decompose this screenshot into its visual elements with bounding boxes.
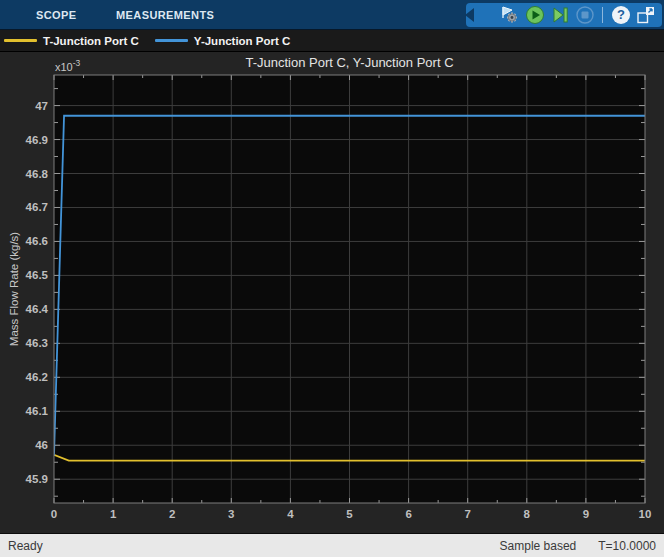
- undock-icon: [636, 5, 656, 25]
- svg-text:46.7: 46.7: [26, 201, 48, 213]
- svg-text:45.9: 45.9: [26, 473, 48, 485]
- svg-text:2: 2: [169, 508, 175, 520]
- svg-text:4: 4: [287, 508, 294, 520]
- quick-access-toolbar: ?: [466, 3, 662, 27]
- svg-text:1: 1: [110, 508, 117, 520]
- status-sample-mode: Sample based: [500, 539, 577, 553]
- toolstrip: SCOPE MEASUREMENTS: [0, 0, 664, 30]
- svg-text:46.5: 46.5: [26, 269, 49, 281]
- dock-button[interactable]: [634, 4, 658, 26]
- scope-window: SCOPE MEASUREMENTS: [0, 0, 664, 557]
- axes-canvas[interactable]: 01234567891045.94646.146.246.346.446.546…: [0, 52, 664, 533]
- svg-text:46: 46: [35, 439, 48, 451]
- y-axis-label: Mass Flow Rate (kg/s): [8, 232, 20, 346]
- legend-item-t-junction[interactable]: T-Junction Port C: [4, 35, 139, 47]
- svg-text:0: 0: [51, 508, 57, 520]
- svg-text:8: 8: [524, 508, 531, 520]
- step-forward-button[interactable]: [548, 4, 572, 26]
- play-circle-icon: [525, 5, 545, 25]
- svg-text:46.2: 46.2: [26, 371, 48, 383]
- plot-title: T-Junction Port C, Y-Junction Port C: [54, 55, 645, 70]
- svg-text:46.8: 46.8: [26, 168, 49, 180]
- tab-scope[interactable]: SCOPE: [36, 0, 77, 30]
- svg-text:9: 9: [583, 508, 589, 520]
- status-bar: Ready Sample based T=10.0000: [0, 533, 664, 557]
- legend-line-swatch-yellow: [4, 39, 37, 42]
- simulation-settings-button[interactable]: [498, 4, 522, 26]
- svg-text:6: 6: [405, 508, 411, 520]
- toolbar-separator: [602, 7, 603, 23]
- question-icon: ?: [612, 6, 630, 24]
- y-axis-multiplier: x10-3: [55, 58, 80, 73]
- tab-measurements[interactable]: MEASUREMENTS: [116, 0, 214, 30]
- collapse-toolstrip-icon[interactable]: [465, 8, 474, 22]
- stop-circle-icon: [575, 5, 595, 25]
- legend: T-Junction Port C Y-Junction Port C: [0, 30, 664, 52]
- svg-text:46.3: 46.3: [26, 337, 48, 349]
- status-ready: Ready: [8, 539, 43, 553]
- step-forward-icon: [550, 5, 570, 25]
- status-sim-time: T=10.0000: [598, 539, 656, 553]
- run-button[interactable]: [523, 4, 547, 26]
- svg-text:47: 47: [35, 100, 48, 112]
- legend-label: Y-Junction Port C: [194, 35, 290, 47]
- svg-text:46.1: 46.1: [26, 405, 49, 417]
- stop-button[interactable]: [573, 4, 597, 26]
- svg-text:10: 10: [639, 508, 652, 520]
- svg-text:3: 3: [228, 508, 234, 520]
- legend-line-swatch-blue: [155, 39, 188, 42]
- legend-item-y-junction[interactable]: Y-Junction Port C: [155, 35, 290, 47]
- legend-label: T-Junction Port C: [43, 35, 139, 47]
- svg-text:46.6: 46.6: [26, 235, 48, 247]
- svg-text:5: 5: [346, 508, 353, 520]
- gear-flag-icon: [499, 4, 521, 26]
- svg-text:7: 7: [464, 508, 470, 520]
- svg-text:46.4: 46.4: [26, 303, 49, 315]
- svg-text:46.9: 46.9: [26, 134, 48, 146]
- plot-region: 01234567891045.94646.146.246.346.446.546…: [0, 52, 664, 533]
- help-button[interactable]: ?: [609, 4, 633, 26]
